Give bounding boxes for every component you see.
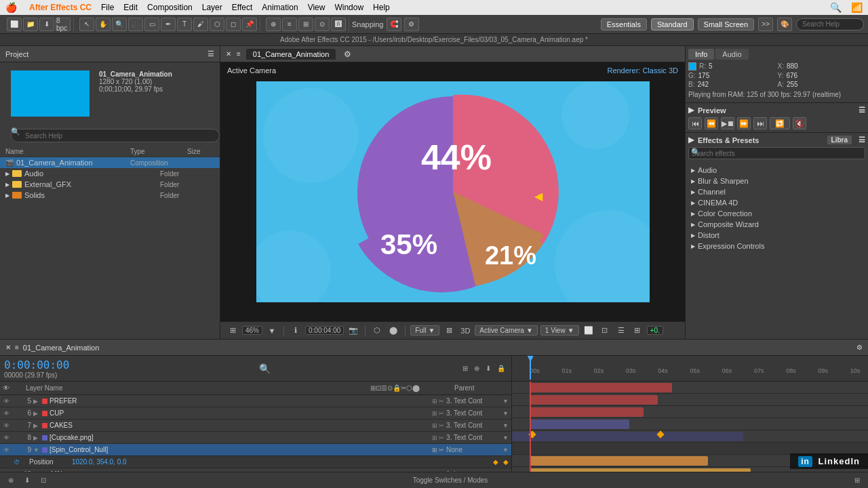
- menu-edit[interactable]: Edit: [123, 3, 138, 12]
- toolbar-bpc[interactable]: 8 bpc: [56, 18, 71, 31]
- comp-settings-icon[interactable]: ⚙: [344, 49, 351, 59]
- mode-small-screen[interactable]: Small Screen: [698, 18, 754, 30]
- mode-essentials[interactable]: Essentials: [601, 18, 647, 30]
- keyframe-left[interactable]: ◆: [493, 458, 498, 466]
- vc-render-4[interactable]: ⊞: [631, 325, 644, 337]
- snapping-toggle[interactable]: 🧲: [387, 18, 401, 31]
- layer-6-expand[interactable]: ▶: [33, 410, 40, 417]
- bc-btn-scroll[interactable]: ⊞: [852, 476, 863, 484]
- composition-viewer[interactable]: Active Camera Renderer: Classic 3D: [220, 62, 685, 321]
- menu-composition[interactable]: Composition: [147, 3, 193, 12]
- track-bar-11[interactable]: [530, 468, 751, 472]
- effects-cat-blur[interactable]: ▶ Blur & Sharpen: [688, 176, 865, 186]
- preview-step-back[interactable]: ⏪: [705, 117, 718, 129]
- preview-mute[interactable]: 🔇: [793, 117, 806, 129]
- vc-camera[interactable]: 📷: [347, 325, 360, 337]
- layer-9-position-row[interactable]: ⏱ Position 1020.0, 354.0, 0.0 ◆ ◆: [0, 456, 511, 468]
- project-item-audio[interactable]: ▶ Audio Folder: [0, 168, 220, 179]
- toolbar-pen[interactable]: ✒: [161, 18, 176, 31]
- vc-render-1[interactable]: ⬜: [582, 325, 595, 337]
- menu-window[interactable]: Window: [334, 3, 363, 12]
- search-help-input[interactable]: [796, 18, 864, 30]
- layer-9-expand[interactable]: ▼: [33, 447, 40, 453]
- vc-alpha[interactable]: ⬤: [387, 325, 400, 337]
- renderer-value[interactable]: Classic 3D: [642, 66, 678, 75]
- toolbar-extra-4[interactable]: ⊙: [315, 18, 330, 31]
- toolbar-color-mgt[interactable]: 🎨: [777, 18, 792, 31]
- toolbar-extra-2[interactable]: ≡: [282, 18, 297, 31]
- snap-settings[interactable]: ⚙: [404, 18, 419, 31]
- layer-6-vis[interactable]: 👁: [3, 410, 9, 417]
- preview-play-stop[interactable]: ▶⏹: [721, 117, 734, 129]
- toolbar-zoom[interactable]: 🔍: [112, 18, 127, 31]
- menu-view[interactable]: View: [308, 3, 326, 12]
- info-tab-info[interactable]: Info: [688, 49, 714, 60]
- layer-7-vis[interactable]: 👁: [3, 422, 9, 429]
- layer-row-5[interactable]: 👁 5 ▶ PREFER ⊞ ✂ 3. Text Cont ▼: [0, 395, 511, 407]
- vc-info[interactable]: ℹ: [289, 325, 302, 337]
- toolbar-extra-3[interactable]: ⊞: [298, 18, 313, 31]
- effects-cat-audio[interactable]: ▶ Audio: [688, 165, 865, 176]
- layer-8-vis[interactable]: 👁: [3, 434, 9, 441]
- effects-cat-color[interactable]: ▶ Color Correction: [688, 208, 865, 219]
- tl-settings-icon[interactable]: ⚙: [856, 344, 863, 351]
- vc-tx[interactable]: ⊠: [442, 325, 456, 337]
- stopwatch-icon[interactable]: ⏱: [14, 459, 27, 466]
- menu-help[interactable]: Help: [373, 3, 390, 12]
- layer-row-9[interactable]: 👁 9 ▼ [Spin_Control_Null] ⊞ ✂ None ▼: [0, 444, 511, 456]
- track-bar-8[interactable]: [530, 420, 629, 429]
- preview-skip-start[interactable]: ⏮: [688, 117, 702, 129]
- playhead[interactable]: [530, 356, 531, 380]
- bc-btn-3[interactable]: ⊡: [38, 476, 49, 484]
- vc-quality[interactable]: Full ▼: [410, 325, 439, 336]
- toolbar-camera[interactable]: 🎥: [128, 18, 143, 31]
- toolbar-text[interactable]: T: [177, 18, 192, 31]
- effects-search-input[interactable]: [688, 147, 865, 159]
- project-item-comp[interactable]: 🎬 01_Camera_Animation Composition: [0, 157, 220, 168]
- vc-offset[interactable]: +0.: [647, 326, 663, 335]
- toolbar-new-comp[interactable]: ⬜: [7, 18, 22, 31]
- layer-8-expand[interactable]: ▶: [33, 434, 40, 441]
- toolbar-stamp[interactable]: ⬡: [210, 18, 224, 31]
- bc-btn-2[interactable]: ⬇: [22, 476, 33, 484]
- effects-cat-channel[interactable]: ▶ Channel: [688, 186, 865, 197]
- search-icon[interactable]: 🔍: [830, 2, 842, 13]
- vc-zoom[interactable]: 46%: [242, 326, 262, 335]
- track-bar-10[interactable]: [530, 456, 708, 466]
- layer-5-expand[interactable]: ▶: [33, 398, 40, 405]
- vc-render-3[interactable]: ☰: [614, 325, 628, 337]
- vc-active-camera[interactable]: Active Camera ▼: [475, 325, 537, 336]
- toolbar-folder[interactable]: 📁: [23, 18, 38, 31]
- track-bar-9[interactable]: [512, 432, 743, 441]
- project-search-input[interactable]: [11, 129, 220, 142]
- layer-9-vis[interactable]: 👁: [3, 447, 9, 453]
- toolbar-brush[interactable]: 🖌: [193, 18, 208, 31]
- vc-time[interactable]: 0:00:04:00: [305, 326, 344, 335]
- tl-menu-icon[interactable]: ≡: [15, 344, 19, 351]
- tl-close-icon[interactable]: ✕: [5, 344, 11, 351]
- effects-cat-cinema4d[interactable]: ▶ CINEMA 4D: [688, 197, 865, 208]
- preview-loop[interactable]: 🔁: [770, 117, 790, 129]
- layer-5-vis[interactable]: 👁: [3, 398, 9, 405]
- toolbar-select[interactable]: ↖: [79, 18, 94, 31]
- track-bar-5[interactable]: [530, 383, 672, 392]
- vc-zoom-down[interactable]: ▼: [265, 325, 279, 337]
- mode-standard[interactable]: Standard: [651, 18, 694, 30]
- tl-btn-3[interactable]: ⬇: [484, 365, 493, 372]
- track-bar-6[interactable]: [530, 395, 658, 405]
- layer-row-7[interactable]: 👁 7 ▶ CAKES ⊞ ✂ 3. Text Cont ▼: [0, 420, 511, 432]
- toolbar-extra-5[interactable]: 🅰: [331, 18, 346, 31]
- layer-7-expand[interactable]: ▶: [33, 422, 40, 429]
- effects-cat-composite[interactable]: ▶ Composite Wizard: [688, 219, 865, 230]
- toolbar-import[interactable]: ⬇: [39, 18, 54, 31]
- tl-search-icon[interactable]: 🔍: [259, 363, 271, 374]
- vc-grid[interactable]: ⊞: [226, 325, 239, 337]
- toolbar-eraser[interactable]: ◻: [226, 18, 241, 31]
- apple-menu[interactable]: 🍎: [5, 2, 17, 13]
- menu-animation[interactable]: Animation: [262, 3, 298, 12]
- comp-close-icon[interactable]: ✕: [226, 50, 231, 58]
- project-item-solids[interactable]: ▶ Solids Folder: [0, 190, 220, 201]
- toolbar-extra-1[interactable]: ⊕: [266, 18, 281, 31]
- vc-render-2[interactable]: ⊡: [598, 325, 612, 337]
- toolbar-puppet[interactable]: 📌: [242, 18, 257, 31]
